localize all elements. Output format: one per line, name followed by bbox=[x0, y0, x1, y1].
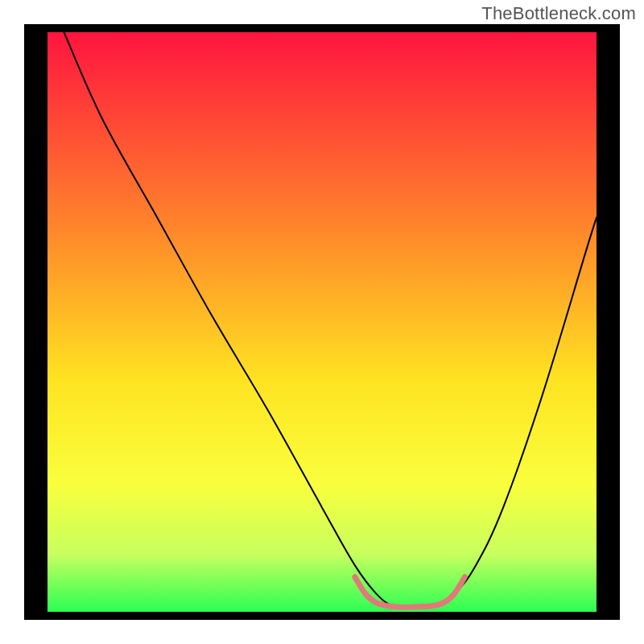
chart-frame: TheBottleneck.com bbox=[0, 0, 644, 644]
watermark-label: TheBottleneck.com bbox=[481, 3, 636, 24]
plot-area bbox=[24, 24, 620, 620]
chart-svg bbox=[24, 24, 620, 620]
gradient-background bbox=[47, 32, 597, 612]
